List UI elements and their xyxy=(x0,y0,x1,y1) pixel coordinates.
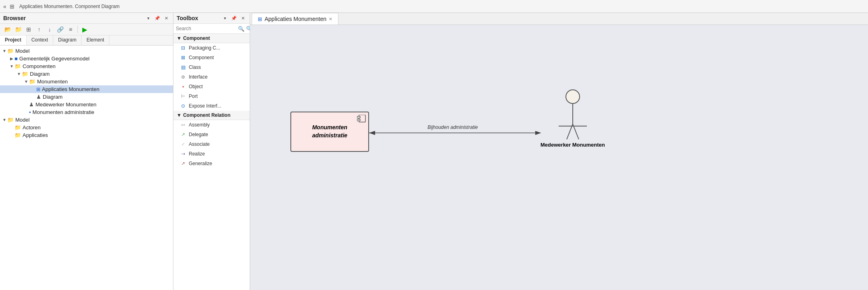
section-toggle-component: ▼ xyxy=(177,35,182,41)
tab-diagram[interactable]: Diagram xyxy=(53,35,81,45)
toolbox-item-interface[interactable]: ⊕ Interface xyxy=(173,72,250,82)
tab-context[interactable]: Context xyxy=(27,35,53,45)
delegate-icon: ↗ xyxy=(180,131,186,138)
toolbox-section-relation[interactable]: ▼ Component Relation xyxy=(173,111,250,120)
component-box[interactable]: Monumenten administratie xyxy=(290,112,369,152)
toolbox-item-realize[interactable]: ⇢ Realize xyxy=(173,149,250,159)
port-icon: ⊢ xyxy=(180,93,186,99)
component-uml-icon xyxy=(357,115,366,124)
realize-icon: ⇢ xyxy=(180,151,186,157)
toolbar-sep xyxy=(77,26,78,33)
menu-icon[interactable]: ≡ xyxy=(66,25,75,34)
tree-toggle-diag[interactable]: ▼ xyxy=(16,72,22,76)
tree-gg[interactable]: ▶ ■ Gemeentelijk Gegevensmodel xyxy=(0,55,173,62)
run-icon[interactable]: ▶ xyxy=(80,25,89,34)
folder-icon-actoren: 📁 xyxy=(15,124,21,130)
toolbox-item-associate[interactable]: ⟋ Associate xyxy=(173,139,250,149)
actor-arms xyxy=(559,126,587,126)
toolbox-section-component[interactable]: ▼ Component xyxy=(173,34,250,43)
toolbox-item-packaging[interactable]: ⊟ Packaging C... xyxy=(173,43,250,53)
tree-toggle-model2[interactable]: ▼ xyxy=(2,118,7,122)
comp-icon-mon-adm: ▪ xyxy=(29,109,31,115)
browser-panel: Browser ▾ 📌 ✕ 📂 📁 ⊞ ↑ ↓ 🔗 ≡ ▶ Project Co… xyxy=(0,13,173,290)
grid-view-icon[interactable]: ⊞ xyxy=(24,25,33,34)
tab-project[interactable]: Project xyxy=(0,35,27,45)
diagram-tab-app-mon[interactable]: ⊞ Applicaties Monumenten ✕ xyxy=(252,13,338,25)
tree-comp[interactable]: ▼ 📁 Componenten xyxy=(0,62,173,70)
tree-label-actoren: Actoren xyxy=(23,124,41,130)
tree-label-mon-adm: Monumenten administratie xyxy=(33,109,94,115)
section-label-relation: Component Relation xyxy=(183,112,230,118)
toolbox-item-object[interactable]: ▪ Object xyxy=(173,82,250,91)
toolbox-search: 🔍 🔍 ≡ xyxy=(173,24,250,34)
link-icon[interactable]: 🔗 xyxy=(56,25,65,34)
toolbox-label-class: Class xyxy=(189,64,201,70)
folder-new-icon[interactable]: 📁 xyxy=(14,25,23,34)
toolbox-item-class[interactable]: ▤ Class xyxy=(173,62,250,72)
browser-header-icons: ▾ 📌 ✕ xyxy=(145,14,170,22)
tree-mon-adm[interactable]: ▶ ▪ Monumenten administratie xyxy=(0,108,173,116)
tree-toggle-model1[interactable]: ▼ xyxy=(2,49,7,53)
actor-body xyxy=(572,104,573,124)
tree-diag2[interactable]: ▶ ♟ Diagram xyxy=(0,93,173,101)
tree-toggle-mon[interactable]: ▼ xyxy=(23,79,29,84)
toolbox-label-object: Object xyxy=(189,84,203,89)
toolbox-item-port[interactable]: ⊢ Port xyxy=(173,91,250,101)
breadcrumb: Applicaties Monumenten. Component Diagra… xyxy=(19,4,120,9)
diagram-canvas[interactable]: Bijhouden administratie Monumenten admin… xyxy=(250,25,868,290)
tree-model1[interactable]: ▼ 📁 Model xyxy=(0,47,173,55)
tree-med[interactable]: ▶ ♟ Medewerker Monumenten xyxy=(0,101,173,108)
actor-head xyxy=(565,89,580,104)
grid-icon[interactable]: ⊞ xyxy=(10,3,15,10)
tree-label-med: Medewerker Monumenten xyxy=(35,102,96,108)
toolbox-header-icons: ▾ 📌 ✕ xyxy=(221,14,246,22)
toolbox-pin-icon[interactable]: ▾ xyxy=(221,14,229,22)
folder-open-icon[interactable]: 📂 xyxy=(3,25,12,34)
toolbox-item-generalize[interactable]: ↗ Generalize xyxy=(173,159,250,168)
toolbox-close-icon[interactable]: ✕ xyxy=(239,14,246,22)
arrow-down-icon[interactable]: ↓ xyxy=(45,25,54,34)
toolbox-item-component[interactable]: ⊠ Component xyxy=(173,53,250,62)
tree-app-mon[interactable]: ▶ ⊞ Applicaties Monumenten xyxy=(0,85,173,93)
svg-rect-3 xyxy=(357,116,360,118)
toolbox-item-expose[interactable]: ⊙ Expose Interf... xyxy=(173,101,250,111)
browser-pin-icon[interactable]: ▾ xyxy=(145,14,152,22)
search-input[interactable] xyxy=(176,26,236,31)
top-bar: « ⊞ Applicaties Monumenten. Component Di… xyxy=(0,0,868,13)
browser-tabs: Project Context Diagram Element xyxy=(0,35,173,46)
arrow-up-icon[interactable]: ↑ xyxy=(35,25,44,34)
tree-actoren[interactable]: ▶ 📁 Actoren xyxy=(0,124,173,131)
tab-element[interactable]: Element xyxy=(81,35,109,45)
actor-icon-med: ♟ xyxy=(29,102,34,108)
tree-diag[interactable]: ▼ 📁 Diagram xyxy=(0,70,173,78)
toolbox-item-assembly[interactable]: ⇿ Assembly xyxy=(173,120,250,130)
toolbox-header: Toolbox ▾ 📌 ✕ xyxy=(173,13,250,24)
browser-close-icon[interactable]: ✕ xyxy=(163,14,170,22)
folder-icon-comp: 📁 xyxy=(15,63,21,69)
tree-mon[interactable]: ▼ 📁 Monumenten xyxy=(0,78,173,85)
browser-toolbar: 📂 📁 ⊞ ↑ ↓ 🔗 ≡ ▶ xyxy=(0,24,173,35)
toolbox-item-delegate[interactable]: ↗ Delegate xyxy=(173,130,250,139)
tree-label-app-mon: Applicaties Monumenten xyxy=(42,86,99,92)
tree-toggle-gg[interactable]: ▶ xyxy=(9,56,15,61)
tree-model2[interactable]: ▼ 📁 Model xyxy=(0,116,173,124)
browser-header: Browser ▾ 📌 ✕ xyxy=(0,13,173,24)
tab-close-icon[interactable]: ✕ xyxy=(329,17,332,22)
tree-label-gg: Gemeentelijk Gegevensmodel xyxy=(19,56,90,62)
folder-icon-applicaties: 📁 xyxy=(15,132,21,138)
toolbox-dock-icon[interactable]: 📌 xyxy=(230,14,238,22)
diagram-svg: Bijhouden administratie xyxy=(250,25,868,290)
actor-figure[interactable]: Medewerker Monumenten xyxy=(540,89,605,148)
collapse-icon[interactable]: « xyxy=(3,3,6,10)
tree-label-model1: Model xyxy=(15,48,29,54)
search-icon[interactable]: 🔍 xyxy=(238,26,244,32)
tree-label-comp: Componenten xyxy=(23,63,56,69)
tree-applicaties[interactable]: ▶ 📁 Applicaties xyxy=(0,131,173,139)
browser-dock-icon[interactable]: 📌 xyxy=(154,14,161,22)
folder-icon-model2: 📁 xyxy=(7,117,14,123)
toolbox-label-packaging: Packaging C... xyxy=(189,45,220,51)
folder-icon-diag: 📁 xyxy=(22,71,28,77)
toolbox-label-assembly: Assembly xyxy=(189,122,210,128)
tree-label-diag2: Diagram xyxy=(43,94,63,100)
tree-toggle-comp[interactable]: ▼ xyxy=(9,64,15,68)
